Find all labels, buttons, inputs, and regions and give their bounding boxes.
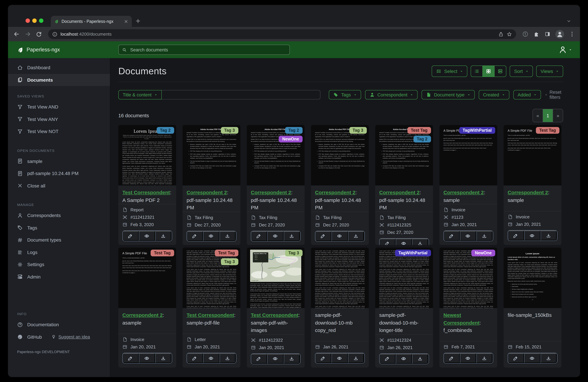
edit-button[interactable]	[123, 231, 139, 241]
reset-filters-button[interactable]: Reset filters	[545, 90, 563, 100]
correspondent-link[interactable]: Test Correspondent	[187, 312, 234, 318]
tag-badge-tag-2[interactable]: Tag 2	[157, 127, 174, 134]
sidebar-item-correspondents[interactable]: Correspondents	[8, 209, 110, 221]
forward-button[interactable]	[24, 31, 31, 37]
new-tab-button[interactable]	[135, 18, 141, 24]
correspondent-link[interactable]: Newest Correspondent	[443, 312, 480, 325]
close-window-button[interactable]	[25, 19, 30, 23]
correspondent-link[interactable]: Correspondent 2	[443, 189, 484, 195]
site-info-icon[interactable]	[52, 31, 58, 37]
sidebar-item-sample[interactable]: sample	[8, 155, 110, 167]
sidebar-item-test-view-not[interactable]: Test View NOT	[8, 125, 110, 138]
document-type-filter-button[interactable]: Document type	[421, 90, 475, 100]
correspondent-link[interactable]: Correspondent 2	[315, 189, 355, 195]
download-button[interactable]	[540, 230, 557, 241]
tag-badge-tag-2[interactable]: Tag 2	[285, 127, 302, 134]
edit-button[interactable]	[123, 353, 139, 363]
document-thumbnail[interactable]: A Simple PDF FileThis is a small demonst…	[440, 125, 497, 185]
edit-button[interactable]	[315, 353, 332, 363]
download-button[interactable]	[348, 353, 364, 363]
tag-badge-test-tag[interactable]: Test Tag	[215, 250, 238, 256]
sidebar-item-github[interactable]: GitHubSuggest an idea	[8, 331, 110, 343]
bookmark-star-icon[interactable]	[507, 31, 512, 37]
correspondent-link[interactable]: Correspondent 2	[122, 312, 163, 318]
sidebar-item-documentation[interactable]: Documentation	[8, 319, 110, 331]
edit-button[interactable]	[251, 231, 267, 241]
view-button[interactable]	[139, 231, 155, 241]
download-button[interactable]	[284, 231, 300, 241]
edit-button[interactable]	[444, 231, 460, 241]
view-button[interactable]	[203, 231, 220, 241]
tags-filter-button[interactable]: Tags	[329, 90, 361, 100]
tag-badge-tag-3[interactable]: Tag 3	[285, 250, 302, 256]
edit-button[interactable]	[379, 354, 396, 364]
download-button[interactable]	[412, 238, 428, 245]
view-button[interactable]	[524, 230, 541, 241]
correspondent-link[interactable]: Correspondent 2	[187, 189, 227, 195]
created-filter-button[interactable]: Created	[479, 90, 509, 100]
correspondent-link[interactable]: Correspondent 2	[379, 189, 420, 195]
added-filter-button[interactable]: Added	[513, 90, 541, 100]
document-thumbnail[interactable]: Lorem ipsum dolor sit amet, consectetur …	[183, 248, 240, 308]
download-button[interactable]	[476, 231, 493, 241]
correspondent-link[interactable]: Correspondent 2	[251, 189, 291, 195]
document-thumbnail[interactable]: Boundary Waters Trip— Day 1— Day 2— Day …	[247, 248, 304, 308]
edit-button[interactable]	[251, 354, 267, 364]
user-menu[interactable]	[558, 41, 572, 58]
view-button[interactable]	[203, 353, 220, 363]
correspondent-link[interactable]: Correspondent 2	[508, 189, 548, 195]
document-thumbnail[interactable]: Lorem ipsumLorem ipsum dolor sit amet, c…	[504, 248, 561, 308]
back-button[interactable]	[13, 31, 20, 37]
download-button[interactable]	[219, 231, 236, 241]
tag-badge-test-tag[interactable]: Test Tag	[536, 127, 559, 134]
view-button[interactable]	[267, 354, 284, 364]
tab-search-chevron-icon[interactable]	[567, 19, 571, 23]
minimize-window-button[interactable]	[32, 19, 37, 23]
view-button[interactable]	[460, 353, 476, 363]
edit-button[interactable]	[187, 353, 203, 363]
download-button[interactable]	[476, 353, 493, 363]
sidebar-item-logs[interactable]: Logs	[8, 246, 110, 258]
pagination-prev-button[interactable]: «	[533, 109, 543, 122]
browser-tab[interactable]: Documents - Paperless-ngx	[51, 16, 132, 27]
title-content-input[interactable]	[162, 90, 320, 100]
view-grid-button[interactable]	[483, 66, 494, 77]
tag-badge-test-tag[interactable]: Test Tag	[407, 127, 431, 134]
edit-button[interactable]	[379, 238, 396, 245]
document-thumbnail[interactable]: Lorem ipsum dolor sit amet, consectetur …	[311, 248, 369, 308]
document-thumbnail[interactable]: A Simple PDF FileThis is a small demonst…	[504, 125, 561, 185]
correspondent-filter-button[interactable]: Correspondent	[365, 90, 418, 100]
document-thumbnail[interactable]: Lorem ipsum dolor sit amet, consectetur …	[440, 248, 497, 308]
pagination-page-1[interactable]: 1	[543, 109, 553, 122]
maximize-window-button[interactable]	[39, 19, 43, 23]
pagination-next-button[interactable]: »	[553, 109, 563, 122]
download-button[interactable]	[412, 354, 428, 364]
sidebar-item-settings[interactable]: Settings	[8, 258, 110, 271]
tag-badge-tag-3[interactable]: Tag 3	[349, 127, 367, 134]
edit-button[interactable]	[508, 230, 524, 241]
download-button[interactable]	[284, 354, 300, 364]
tag-badge-tagwithpartial[interactable]: TagWithPartial	[395, 250, 431, 256]
side-panel-icon[interactable]	[544, 31, 551, 37]
document-thumbnail[interactable]: Adobe Acrobat PDF FilesAdobe® Portable D…	[247, 125, 304, 185]
views-button[interactable]: Views	[536, 65, 563, 77]
view-button[interactable]	[524, 353, 541, 363]
view-button[interactable]	[332, 231, 348, 241]
sidebar-item-document-types[interactable]: Document types	[8, 234, 110, 246]
view-button[interactable]	[396, 238, 412, 245]
edit-button[interactable]	[315, 231, 332, 241]
download-button[interactable]	[348, 231, 364, 241]
sidebar-item-dashboard[interactable]: Dashboard	[8, 61, 110, 74]
download-button[interactable]	[540, 353, 557, 363]
sidebar-item-close-all[interactable]: Close all	[8, 180, 110, 192]
sidebar-item-documents[interactable]: Documents	[8, 74, 110, 86]
sidebar-item-pdf-sample-10-24-48-pm[interactable]: pdf-sample 10.24.48 PM	[8, 167, 110, 180]
search-input[interactable]	[129, 47, 286, 53]
address-bar[interactable]: localhost :4200/documents	[48, 29, 516, 39]
sidebar-link-suggest-an-idea[interactable]: Suggest an idea	[51, 334, 90, 340]
tag-badge-tag-3[interactable]: Tag 3	[221, 127, 238, 134]
edit-button[interactable]	[187, 231, 203, 241]
download-button[interactable]	[155, 231, 172, 241]
tag-badge-tagwithpartial[interactable]: TagWithPartial	[459, 127, 495, 134]
browser-profile-avatar[interactable]	[555, 30, 564, 39]
